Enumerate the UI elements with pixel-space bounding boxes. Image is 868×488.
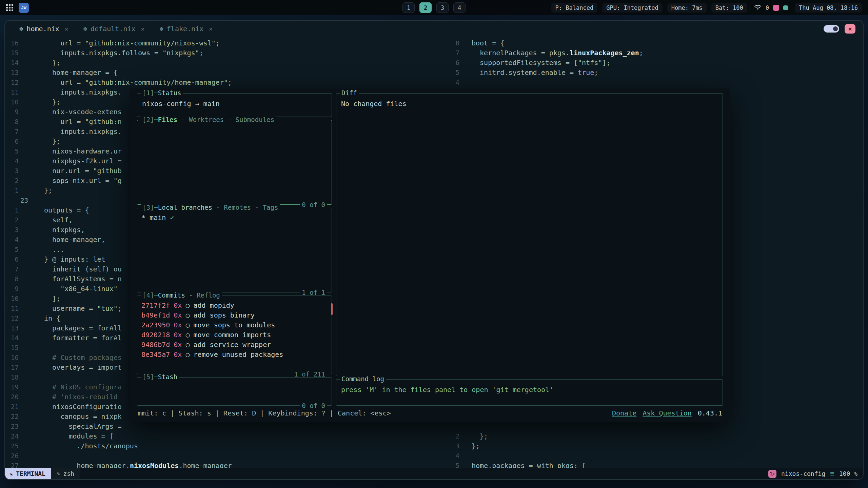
line-text: url = "github:n (44, 117, 122, 127)
stash-panel[interactable]: [5]─Stash 0 of 0 (137, 377, 332, 406)
line-number: 12 (5, 313, 19, 323)
line-text: url = "github:nix-community/home-manager… (44, 78, 232, 87)
workspace-button[interactable]: 4 (453, 2, 466, 13)
tab-close-icon[interactable]: × (141, 25, 145, 33)
line-text: inherit (self) ou (44, 264, 122, 274)
ask-question-link[interactable]: Ask Question (643, 409, 692, 417)
commits-scrollbar[interactable] (331, 303, 333, 315)
line-text: }; (44, 58, 60, 68)
line-text: username = "tux"; (44, 304, 122, 313)
commit-marker: 0x (174, 350, 182, 360)
vpn-icon[interactable] (783, 5, 788, 10)
battery-module[interactable]: Bat: 100 (711, 3, 747, 13)
commit-message: move common imports (193, 330, 271, 340)
mode-label: TERMINAL (16, 470, 45, 477)
tab-close-icon[interactable]: × (209, 25, 213, 33)
toggle-knob (833, 26, 838, 31)
window-close-button[interactable]: × (845, 24, 855, 34)
code-line: 26 (5, 451, 449, 461)
editor-tab[interactable]: ❄ flake.nix × (159, 25, 213, 33)
line-number: 2 (5, 176, 19, 186)
commit-hash: d920218 (141, 330, 170, 340)
wifi-icon[interactable] (754, 5, 762, 11)
commit-row[interactable]: b49ef1d 0x ○ add sops binary (137, 310, 332, 320)
terminal-mode-icon: ◣ (11, 471, 13, 476)
line-number: 5 (5, 245, 19, 255)
code-line: 27 home-manager.nixosModules.home-manage… (5, 461, 449, 468)
tab-label: default.nix (91, 25, 135, 33)
commits-panel[interactable]: [4]─Commits - Reflog 2717f2f 0x ○ add mo… (137, 296, 332, 374)
commit-row[interactable]: 2717f2f 0x ○ add mopidy (137, 301, 332, 310)
line-number: 19 (5, 382, 19, 392)
line-text: nixpkgs, (44, 225, 85, 235)
commit-row[interactable]: 2a23950 0x ○ move sops to modules (137, 320, 332, 330)
shell-tab[interactable]: ✎ zsh (51, 468, 80, 479)
keybind-hints: mmit: c | Stash: s | Reset: D | Keybindi… (138, 409, 391, 417)
topbar-right: P: Balanced GPU: Integrated Home: 7ms Ba… (551, 3, 862, 13)
commit-graph-node-icon: ○ (185, 310, 190, 320)
commit-row[interactable]: 9486b7d 0x ○ add service-wrapper (137, 340, 332, 350)
line-text: home.packages = with pkgs; [ (472, 461, 586, 468)
line-text: home-manager = { (44, 68, 118, 78)
record-icon[interactable] (773, 5, 779, 11)
scroll-percent: 100 % (839, 470, 857, 477)
line-text: url = "github:nix-community/nixos-wsl"; (44, 38, 220, 48)
window-controls: × (824, 24, 855, 34)
power-profile-module[interactable]: P: Balanced (551, 3, 598, 13)
window-pin-toggle[interactable] (824, 25, 839, 33)
system-tray: 0 (752, 4, 790, 11)
line-number: 17 (5, 363, 19, 372)
command-log-content: press 'M' in the files panel to open 'gi… (336, 380, 723, 400)
commit-row[interactable]: 8e345a7 0x ○ remove unused packages (137, 350, 332, 360)
code-line: 25 ./hosts/canopus (5, 441, 449, 451)
line-number: 9 (5, 284, 19, 294)
workspace-button[interactable]: 1 (402, 2, 415, 13)
line-number: 14 (5, 333, 19, 343)
line-text: home-manager, (44, 235, 105, 245)
line-number: 6 (5, 137, 19, 146)
gpu-module[interactable]: GPU: Integrated (602, 3, 663, 13)
line-number: 12 (5, 78, 19, 87)
line-text: } @ inputs: let (44, 255, 105, 264)
workspace-button[interactable]: 3 (436, 2, 449, 13)
donate-link[interactable]: Donate (612, 409, 636, 417)
branches-panel[interactable]: [3]─Local branches - Remotes - Tags * ma… (137, 208, 332, 292)
line-text: kernelPackages = pkgs.linuxPackages_zen; (472, 48, 643, 58)
notification-count[interactable]: 0 (766, 4, 769, 11)
diff-panel[interactable]: Diff No changed files (336, 93, 723, 376)
panel-counter: 1 of 211 (292, 370, 327, 378)
line-number: 4 (449, 451, 459, 461)
line-number: 9 (5, 107, 19, 117)
line-number: 4 (5, 156, 19, 166)
files-panel[interactable]: [2]─Files - Worktrees - Submodules 0 of … (137, 120, 332, 205)
clock[interactable]: Thu Aug 08, 18:16 (795, 3, 862, 13)
tab-close-icon[interactable]: × (65, 25, 68, 33)
workspace-button[interactable]: 2 (419, 2, 432, 13)
line-text: inputs.nixpkgs. (44, 87, 122, 97)
status-panel[interactable]: [1]─Status nixos-config → main (137, 93, 332, 117)
panel-title: [4]─Commits - Reflog (141, 291, 222, 299)
line-text: nixosConfiguratio (44, 402, 122, 412)
commit-hash: 2717f2f (141, 301, 170, 310)
statusbar-right: nixos-config ≡ 100 % (768, 468, 863, 479)
lazygit-popup: [1]─Status nixos-config → main [2]─Files… (130, 88, 730, 422)
editor-tab[interactable]: ❄ default.nix × (83, 25, 145, 33)
tab-label: flake.nix (167, 25, 203, 33)
line-number: 23 (5, 422, 19, 431)
line-text: ./hosts/canopus (44, 441, 138, 451)
line-number: 11 (5, 87, 19, 97)
commits-list: 2717f2f 0x ○ add mopidy b49ef1d 0x ○ add… (137, 296, 332, 360)
ping-module[interactable]: Home: 7ms (667, 3, 707, 13)
line-text: supportedFilesystems = ["ntfs"]; (472, 58, 610, 68)
line-number: 5 (449, 68, 459, 78)
code-line: 8 boot = { (449, 38, 863, 48)
code-line: 2 }; (449, 431, 863, 441)
panel-title: Command log (340, 375, 386, 383)
app-launcher-icon[interactable] (6, 4, 13, 11)
menu-icon[interactable]: ≡ (830, 470, 834, 478)
command-log-panel[interactable]: Command log press 'M' in the files panel… (336, 379, 723, 406)
editor-tab[interactable]: ❄ home.nix × (19, 25, 68, 33)
commit-row[interactable]: d920218 0x ○ move common imports (137, 330, 332, 340)
logo-badge[interactable]: JW (19, 3, 29, 13)
code-line: 7 kernelPackages = pkgs.linuxPackages_ze… (449, 48, 863, 58)
